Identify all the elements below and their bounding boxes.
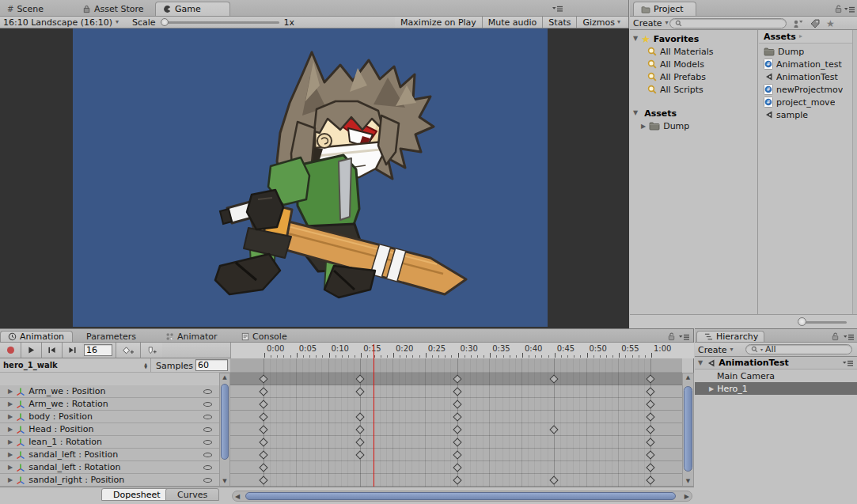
scroll-up-icon[interactable]: ▲ [683,373,693,382]
keyframe-diamond[interactable] [453,374,461,383]
keyframe-diamond[interactable] [356,425,365,434]
animated-property-row[interactable]: ▶sandal_right : Position [0,474,219,487]
scroll-right-icon[interactable]: ▶ [684,493,689,500]
project-search-input[interactable] [684,18,781,28]
hierarchy-search-field[interactable]: ▾ All [745,344,852,354]
search-by-type-icon[interactable] [793,19,803,28]
timeline-ruler[interactable]: 0:000:050:100:150:200:250:300:350:400:45… [230,343,694,358]
scrollbar-thumb[interactable] [221,384,229,460]
thumbnail-size-slider-track[interactable] [806,321,847,324]
keyframe-diamond[interactable] [453,387,461,396]
mute-audio-button[interactable]: Mute audio [482,17,543,28]
expand-triangle-icon[interactable]: ▼ [633,36,638,42]
animated-property-row[interactable]: ▶sandal_left : Position [0,449,219,461]
keyframe-diamond[interactable] [646,476,654,484]
animated-property-row[interactable]: ▶Arm_we : Position [0,385,219,398]
animated-property-row[interactable]: ▶lean_1 : Rotation [0,436,219,449]
tab-animator[interactable]: Animator [158,331,229,342]
asset-list-item[interactable]: #project_move [759,96,852,108]
property-toggle-icon[interactable] [203,415,212,419]
hierarchy-item[interactable]: Main Camera [695,369,857,382]
expand-triangle-icon[interactable]: ▼ [698,360,703,366]
keyframe-diamond[interactable] [453,438,461,446]
favorites-item[interactable]: All Materials [630,45,757,58]
expand-triangle-icon[interactable]: ▶ [8,413,13,420]
lock-icon[interactable] [667,332,676,341]
keyframe-diamond[interactable] [259,425,267,434]
expand-triangle-icon[interactable]: ▶ [8,426,13,433]
keyframe-diamond[interactable] [259,374,267,383]
panel-menu-icon[interactable] [844,6,855,13]
scale-slider-knob[interactable] [161,18,169,26]
scroll-down-icon[interactable]: ▼ [220,477,229,486]
hierarchy-item[interactable]: ▶Hero_1 [695,382,857,395]
clip-selector-dropdown[interactable]: hero_1_walk ▲▼ [0,358,150,372]
dopesheet-tab[interactable]: Dopesheet [101,488,173,501]
samples-field[interactable] [195,359,228,371]
keyframe-diamond[interactable] [356,387,365,396]
scroll-left-icon[interactable]: ◀ [235,493,240,500]
tab-game[interactable]: Game [155,2,230,16]
scroll-down-icon[interactable]: ▼ [683,477,693,486]
keyframe-diamond[interactable] [453,476,461,484]
stats-button[interactable]: Stats [542,17,576,28]
dopesheet-area[interactable] [230,358,682,487]
panel-menu-icon[interactable] [552,5,563,13]
favorites-root[interactable]: ▼ ★ Favorites [630,32,757,45]
properties-scrollbar[interactable]: ▲ ▼ [219,373,230,487]
keyframe-diamond[interactable] [646,400,654,408]
tab-parameters[interactable]: Parameters [79,331,154,342]
keyframe-diamond[interactable] [259,476,267,484]
animated-property-row[interactable]: ▶Head : Position [0,423,219,436]
asset-list-item[interactable]: #Animation_test [759,58,852,70]
keyframe-diamond[interactable] [453,400,461,408]
prev-keyframe-button[interactable] [41,343,62,358]
property-toggle-icon[interactable] [203,478,212,483]
keyframe-diamond[interactable] [356,450,365,459]
maximize-on-play-button[interactable]: Maximize on Play [395,17,482,28]
expand-triangle-icon[interactable]: ▶ [641,123,646,130]
keyframe-diamond[interactable] [259,438,267,446]
keyframe-diamond[interactable] [259,387,267,396]
scroll-up-icon[interactable]: ▲ [220,373,229,382]
property-toggle-icon[interactable] [203,453,212,457]
keyframe-diamond[interactable] [549,374,558,383]
playhead-line[interactable] [374,344,374,487]
keyframe-diamond[interactable] [549,476,558,484]
curves-tab[interactable]: Curves [165,488,219,501]
property-toggle-icon[interactable] [203,389,212,394]
scrollbar-thumb[interactable] [245,492,676,500]
animated-property-row[interactable]: ▶sandal_left : Rotation [0,461,219,474]
keyframe-diamond[interactable] [646,450,654,459]
asset-list-item[interactable]: AnimationTest [759,70,852,83]
tab-project[interactable]: Project [633,2,696,16]
animated-property-row[interactable]: ▶body : Position [0,411,219,423]
keyframe-diamond[interactable] [646,387,654,396]
create-button[interactable]: Create ▾ [633,17,669,28]
add-event-button[interactable] [140,343,162,358]
dopesheet-horizontal-scrollbar[interactable]: ◀ ▶ [232,491,692,502]
keyframe-diamond[interactable] [453,463,461,472]
tab-asset-store[interactable]: Asset Store [75,2,152,16]
keyframe-diamond[interactable] [646,374,654,383]
keyframe-diamond[interactable] [356,374,365,383]
property-toggle-icon[interactable] [203,427,212,432]
search-by-label-icon[interactable] [810,19,820,28]
tab-console[interactable]: Console [234,331,299,342]
asset-list-item[interactable]: #newProjectmov [759,83,852,96]
tab-scene[interactable]: # Scene [0,2,71,16]
keyframe-diamond[interactable] [259,400,267,408]
keyframe-diamond[interactable] [453,425,461,434]
property-toggle-icon[interactable] [203,465,212,470]
assets-tree-item[interactable]: ▶Dump [630,119,757,132]
favorites-item[interactable]: All Scripts [630,83,757,96]
lock-icon[interactable] [831,332,840,341]
game-viewport[interactable] [73,28,548,327]
project-scrollbar-track[interactable] [852,30,857,314]
scene-menu-icon[interactable] [843,359,854,367]
expand-triangle-icon[interactable]: ▶ [8,476,13,483]
tab-hierarchy[interactable]: Hierarchy [696,331,764,342]
scale-slider-track[interactable] [167,21,279,24]
tab-animation[interactable]: Animation [0,331,73,342]
thumbnail-size-slider-knob[interactable] [798,317,806,326]
